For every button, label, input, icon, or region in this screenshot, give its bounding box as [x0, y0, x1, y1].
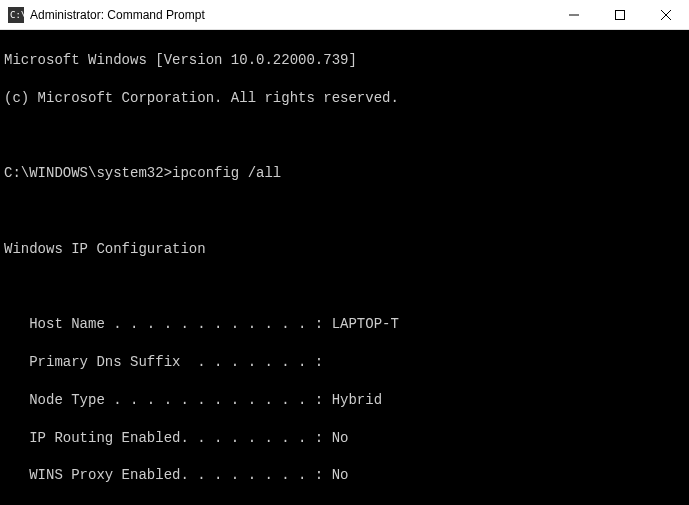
host-name-row: Host Name . . . . . . . . . . . . : LAPT…: [4, 315, 685, 334]
node-type-value: Hybrid: [332, 392, 382, 408]
section-header-ip-config: Windows IP Configuration: [4, 240, 685, 259]
maximize-button[interactable]: [597, 0, 643, 29]
svg-text:C:\: C:\: [10, 10, 24, 20]
wins-proxy-row: WINS Proxy Enabled. . . . . . . . : No: [4, 466, 685, 485]
window-controls: [551, 0, 689, 29]
ip-routing-row: IP Routing Enabled. . . . . . . . : No: [4, 429, 685, 448]
svg-rect-3: [616, 10, 625, 19]
window-title: Administrator: Command Prompt: [30, 8, 551, 22]
node-type-row: Node Type . . . . . . . . . . . . : Hybr…: [4, 391, 685, 410]
copyright-line: (c) Microsoft Corporation. All rights re…: [4, 89, 685, 108]
host-name-value: LAPTOP-T: [332, 316, 399, 332]
window-titlebar: C:\ Administrator: Command Prompt: [0, 0, 689, 30]
terminal-output[interactable]: Microsoft Windows [Version 10.0.22000.73…: [0, 30, 689, 505]
command-text: ipconfig /all: [172, 165, 281, 181]
ip-routing-value: No: [332, 430, 349, 446]
cmd-icon: C:\: [8, 7, 24, 23]
primary-dns-row: Primary Dns Suffix . . . . . . . :: [4, 353, 685, 372]
close-button[interactable]: [643, 0, 689, 29]
prompt-line: C:\WINDOWS\system32>ipconfig /all: [4, 164, 685, 183]
minimize-button[interactable]: [551, 0, 597, 29]
prompt-path: C:\WINDOWS\system32>: [4, 165, 172, 181]
wins-proxy-value: No: [332, 467, 349, 483]
os-version-line: Microsoft Windows [Version 10.0.22000.73…: [4, 51, 685, 70]
